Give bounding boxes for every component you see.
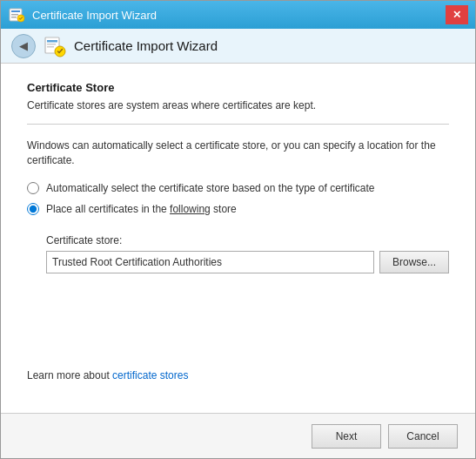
radio-auto-label: Automatically select the certificate sto… (46, 182, 375, 194)
close-button[interactable]: ✕ (446, 5, 468, 24)
svg-rect-1 (11, 10, 20, 12)
learn-more: Learn more about certificate stores (27, 369, 449, 381)
spacer (27, 273, 449, 369)
svg-rect-7 (47, 44, 56, 45)
next-button[interactable]: Next (312, 424, 381, 449)
browse-button[interactable]: Browse... (379, 251, 449, 273)
nav-wizard-icon (43, 34, 67, 58)
back-icon: ◀ (19, 39, 28, 52)
radio-group: Automatically select the certificate sto… (27, 182, 449, 215)
cert-store-label: Certificate store: (46, 234, 449, 246)
radio-manual-item[interactable]: Place all certificates in the following … (27, 203, 449, 215)
radio-manual[interactable] (27, 203, 39, 215)
title-bar-title: Certificate Import Wizard (32, 9, 157, 22)
cert-store-input[interactable] (46, 251, 374, 273)
main-content: Certificate Store Certificate stores are… (1, 64, 475, 413)
learn-more-prefix: Learn more about (27, 369, 112, 381)
divider (27, 124, 449, 125)
radio-auto-item[interactable]: Automatically select the certificate sto… (27, 182, 449, 194)
section-title: Certificate Store (27, 81, 449, 94)
learn-more-link[interactable]: certificate stores (112, 369, 188, 381)
title-bar-left: Certificate Import Wizard (8, 6, 157, 24)
cancel-button[interactable]: Cancel (388, 424, 458, 449)
radio-manual-underline: following (170, 203, 211, 215)
footer: Next Cancel (1, 413, 475, 458)
nav-bar: ◀ Certificate Import Wizard (1, 29, 475, 64)
radio-auto[interactable] (27, 182, 39, 194)
info-text: Windows can automatically select a certi… (27, 138, 449, 168)
svg-rect-3 (11, 17, 17, 18)
section-description: Certificate stores are system areas wher… (27, 99, 449, 111)
radio-manual-label: Place all certificates in the following … (46, 203, 237, 215)
svg-rect-2 (11, 14, 18, 16)
back-button[interactable]: ◀ (11, 34, 36, 58)
wizard-icon (8, 6, 25, 24)
window: Certificate Import Wizard ✕ ◀ Certificat… (0, 0, 476, 459)
svg-rect-6 (47, 40, 57, 43)
svg-rect-8 (47, 46, 54, 48)
info-text-content: Windows can automatically select a certi… (27, 139, 436, 166)
title-bar: Certificate Import Wizard ✕ (1, 1, 475, 29)
cert-store-row: Browse... (46, 251, 449, 273)
cert-store-section: Certificate store: Browse... (46, 234, 449, 273)
title-bar-controls: ✕ (446, 5, 468, 24)
nav-title: Certificate Import Wizard (74, 38, 218, 53)
